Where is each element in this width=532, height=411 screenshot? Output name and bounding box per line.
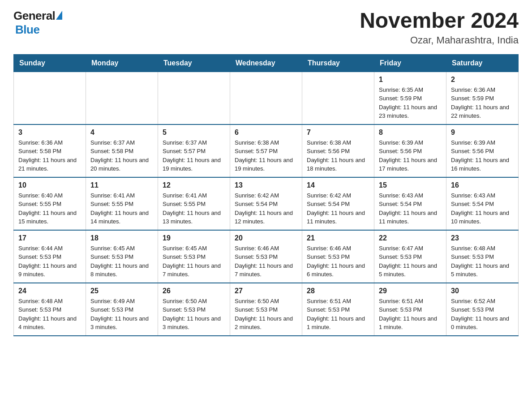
logo: General Blue <box>13 9 62 37</box>
calendar-cell: 5Sunrise: 6:37 AM Sunset: 5:57 PM Daylig… <box>158 124 230 177</box>
day-info: Sunrise: 6:48 AM Sunset: 5:53 PM Dayligh… <box>18 297 81 332</box>
day-info: Sunrise: 6:42 AM Sunset: 5:54 PM Dayligh… <box>307 191 369 226</box>
day-info: Sunrise: 6:48 AM Sunset: 5:53 PM Dayligh… <box>451 244 514 279</box>
day-number: 9 <box>451 128 514 137</box>
calendar-cell: 14Sunrise: 6:42 AM Sunset: 5:54 PM Dayli… <box>302 177 374 230</box>
day-number: 12 <box>163 181 225 189</box>
calendar-cell: 29Sunrise: 6:51 AM Sunset: 5:53 PM Dayli… <box>374 283 446 336</box>
page-header: General Blue November 2024 Ozar, Maharas… <box>13 9 519 46</box>
day-info: Sunrise: 6:52 AM Sunset: 5:53 PM Dayligh… <box>451 297 514 332</box>
day-number: 25 <box>90 287 153 295</box>
day-number: 15 <box>379 181 442 189</box>
day-number: 13 <box>235 181 297 189</box>
calendar-cell: 23Sunrise: 6:48 AM Sunset: 5:53 PM Dayli… <box>446 230 519 283</box>
col-header-saturday: Saturday <box>446 54 519 72</box>
day-number: 27 <box>235 287 297 295</box>
day-info: Sunrise: 6:39 AM Sunset: 5:56 PM Dayligh… <box>451 138 514 173</box>
day-number: 8 <box>379 128 442 137</box>
day-info: Sunrise: 6:51 AM Sunset: 5:53 PM Dayligh… <box>307 297 369 332</box>
col-header-wednesday: Wednesday <box>230 54 302 72</box>
calendar-cell: 17Sunrise: 6:44 AM Sunset: 5:53 PM Dayli… <box>14 230 86 283</box>
day-info: Sunrise: 6:43 AM Sunset: 5:54 PM Dayligh… <box>379 191 442 226</box>
day-number: 23 <box>451 234 514 242</box>
calendar-week-row: 24Sunrise: 6:48 AM Sunset: 5:53 PM Dayli… <box>14 283 519 336</box>
day-number: 21 <box>307 234 369 242</box>
location-title: Ozar, Maharashtra, India <box>360 34 519 46</box>
day-number: 6 <box>235 128 297 137</box>
calendar-cell: 25Sunrise: 6:49 AM Sunset: 5:53 PM Dayli… <box>86 283 158 336</box>
day-number: 17 <box>18 234 81 242</box>
calendar-cell: 24Sunrise: 6:48 AM Sunset: 5:53 PM Dayli… <box>14 283 86 336</box>
day-number: 24 <box>18 287 81 295</box>
calendar-week-row: 10Sunrise: 6:40 AM Sunset: 5:55 PM Dayli… <box>14 177 519 230</box>
calendar-cell: 13Sunrise: 6:42 AM Sunset: 5:54 PM Dayli… <box>230 177 302 230</box>
day-number: 1 <box>379 76 442 84</box>
day-info: Sunrise: 6:42 AM Sunset: 5:54 PM Dayligh… <box>235 191 297 226</box>
calendar-cell: 21Sunrise: 6:46 AM Sunset: 5:53 PM Dayli… <box>302 230 374 283</box>
calendar-cell: 2Sunrise: 6:36 AM Sunset: 5:59 PM Daylig… <box>446 72 519 124</box>
day-info: Sunrise: 6:51 AM Sunset: 5:53 PM Dayligh… <box>379 297 442 332</box>
calendar-week-row: 17Sunrise: 6:44 AM Sunset: 5:53 PM Dayli… <box>14 230 519 283</box>
calendar-cell: 18Sunrise: 6:45 AM Sunset: 5:53 PM Dayli… <box>86 230 158 283</box>
day-number: 7 <box>307 128 369 137</box>
calendar-cell: 22Sunrise: 6:47 AM Sunset: 5:53 PM Dayli… <box>374 230 446 283</box>
col-header-sunday: Sunday <box>14 54 86 72</box>
day-number: 18 <box>90 234 153 242</box>
calendar-cell: 12Sunrise: 6:41 AM Sunset: 5:55 PM Dayli… <box>158 177 230 230</box>
calendar-cell: 15Sunrise: 6:43 AM Sunset: 5:54 PM Dayli… <box>374 177 446 230</box>
title-block: November 2024 Ozar, Maharashtra, India <box>360 9 519 46</box>
day-info: Sunrise: 6:47 AM Sunset: 5:53 PM Dayligh… <box>379 244 442 279</box>
calendar-cell: 4Sunrise: 6:37 AM Sunset: 5:58 PM Daylig… <box>86 124 158 177</box>
day-info: Sunrise: 6:49 AM Sunset: 5:53 PM Dayligh… <box>90 297 153 332</box>
col-header-tuesday: Tuesday <box>158 54 230 72</box>
day-info: Sunrise: 6:50 AM Sunset: 5:53 PM Dayligh… <box>163 297 225 332</box>
day-number: 22 <box>379 234 442 242</box>
calendar-cell: 1Sunrise: 6:35 AM Sunset: 5:59 PM Daylig… <box>374 72 446 124</box>
calendar-week-row: 1Sunrise: 6:35 AM Sunset: 5:59 PM Daylig… <box>14 72 519 124</box>
day-info: Sunrise: 6:50 AM Sunset: 5:53 PM Dayligh… <box>235 297 297 332</box>
day-number: 11 <box>90 181 153 189</box>
logo-blue-text: Blue <box>15 23 39 36</box>
logo-general-text: General <box>13 9 55 23</box>
month-title: November 2024 <box>360 9 519 33</box>
col-header-monday: Monday <box>86 54 158 72</box>
day-info: Sunrise: 6:45 AM Sunset: 5:53 PM Dayligh… <box>163 244 225 279</box>
calendar-week-row: 3Sunrise: 6:36 AM Sunset: 5:58 PM Daylig… <box>14 124 519 177</box>
col-header-thursday: Thursday <box>302 54 374 72</box>
day-info: Sunrise: 6:36 AM Sunset: 5:59 PM Dayligh… <box>451 86 514 120</box>
day-info: Sunrise: 6:41 AM Sunset: 5:55 PM Dayligh… <box>90 191 153 226</box>
day-info: Sunrise: 6:43 AM Sunset: 5:54 PM Dayligh… <box>451 191 514 226</box>
day-info: Sunrise: 6:37 AM Sunset: 5:58 PM Dayligh… <box>90 138 153 173</box>
day-info: Sunrise: 6:40 AM Sunset: 5:55 PM Dayligh… <box>18 191 81 226</box>
day-number: 10 <box>18 181 81 189</box>
calendar-cell: 30Sunrise: 6:52 AM Sunset: 5:53 PM Dayli… <box>446 283 519 336</box>
calendar-cell: 11Sunrise: 6:41 AM Sunset: 5:55 PM Dayli… <box>86 177 158 230</box>
calendar-cell <box>302 72 374 124</box>
day-info: Sunrise: 6:36 AM Sunset: 5:58 PM Dayligh… <box>18 138 81 173</box>
day-number: 4 <box>90 128 153 137</box>
calendar-cell: 28Sunrise: 6:51 AM Sunset: 5:53 PM Dayli… <box>302 283 374 336</box>
calendar-cell: 9Sunrise: 6:39 AM Sunset: 5:56 PM Daylig… <box>446 124 519 177</box>
day-info: Sunrise: 6:46 AM Sunset: 5:53 PM Dayligh… <box>235 244 297 279</box>
day-number: 5 <box>163 128 225 137</box>
calendar-table: SundayMondayTuesdayWednesdayThursdayFrid… <box>13 54 519 336</box>
calendar-cell: 10Sunrise: 6:40 AM Sunset: 5:55 PM Dayli… <box>14 177 86 230</box>
calendar-cell: 8Sunrise: 6:39 AM Sunset: 5:56 PM Daylig… <box>374 124 446 177</box>
calendar-cell: 27Sunrise: 6:50 AM Sunset: 5:53 PM Dayli… <box>230 283 302 336</box>
calendar-cell <box>14 72 86 124</box>
calendar-header-row: SundayMondayTuesdayWednesdayThursdayFrid… <box>14 54 519 72</box>
calendar-cell: 6Sunrise: 6:38 AM Sunset: 5:57 PM Daylig… <box>230 124 302 177</box>
day-number: 30 <box>451 287 514 295</box>
day-number: 26 <box>163 287 225 295</box>
col-header-friday: Friday <box>374 54 446 72</box>
day-info: Sunrise: 6:38 AM Sunset: 5:57 PM Dayligh… <box>235 138 297 173</box>
day-number: 14 <box>307 181 369 189</box>
day-info: Sunrise: 6:39 AM Sunset: 5:56 PM Dayligh… <box>379 138 442 173</box>
day-info: Sunrise: 6:38 AM Sunset: 5:56 PM Dayligh… <box>307 138 369 173</box>
day-info: Sunrise: 6:41 AM Sunset: 5:55 PM Dayligh… <box>163 191 225 226</box>
calendar-cell: 7Sunrise: 6:38 AM Sunset: 5:56 PM Daylig… <box>302 124 374 177</box>
day-info: Sunrise: 6:35 AM Sunset: 5:59 PM Dayligh… <box>379 86 442 120</box>
logo-triangle-icon <box>56 11 62 20</box>
day-number: 28 <box>307 287 369 295</box>
day-number: 19 <box>163 234 225 242</box>
